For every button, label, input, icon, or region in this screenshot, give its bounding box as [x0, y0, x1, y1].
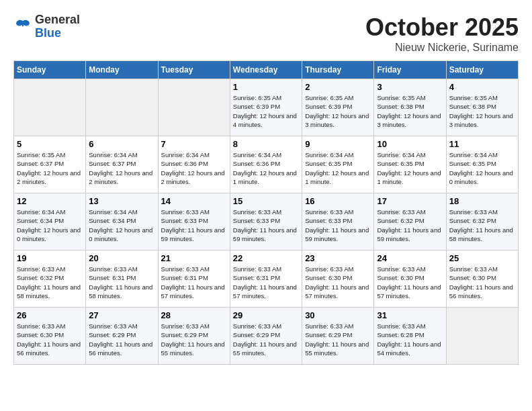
day-number: 14	[161, 196, 227, 206]
day-info: Sunrise: 6:34 AM Sunset: 6:35 PM Dayligh…	[305, 150, 371, 186]
calendar-cell: 28Sunrise: 6:33 AM Sunset: 6:29 PM Dayli…	[158, 308, 230, 365]
calendar-cell: 26Sunrise: 6:33 AM Sunset: 6:30 PM Dayli…	[14, 308, 86, 365]
calendar-cell	[86, 79, 158, 136]
day-number: 25	[449, 253, 515, 263]
calendar-cell	[14, 79, 86, 136]
day-number: 12	[17, 196, 83, 206]
day-info: Sunrise: 6:34 AM Sunset: 6:35 PM Dayligh…	[377, 150, 443, 186]
day-info: Sunrise: 6:33 AM Sunset: 6:31 PM Dayligh…	[161, 265, 227, 300]
calendar-cell: 16Sunrise: 6:33 AM Sunset: 6:33 PM Dayli…	[302, 193, 374, 250]
calendar-cell: 25Sunrise: 6:33 AM Sunset: 6:30 PM Dayli…	[446, 250, 518, 308]
weekday-header: Monday	[86, 61, 158, 79]
day-number: 27	[89, 310, 154, 320]
day-number: 6	[89, 139, 154, 149]
calendar-cell: 12Sunrise: 6:34 AM Sunset: 6:34 PM Dayli…	[14, 193, 86, 250]
title-block: October 2025 Nieuw Nickerie, Suriname	[365, 13, 519, 54]
day-info: Sunrise: 6:33 AM Sunset: 6:29 PM Dayligh…	[233, 322, 299, 357]
day-info: Sunrise: 6:33 AM Sunset: 6:30 PM Dayligh…	[449, 265, 515, 300]
day-number: 2	[305, 82, 371, 92]
calendar-cell: 18Sunrise: 6:33 AM Sunset: 6:32 PM Dayli…	[446, 193, 518, 250]
logo-text: General Blue	[35, 13, 80, 40]
day-info: Sunrise: 6:34 AM Sunset: 6:36 PM Dayligh…	[233, 150, 299, 186]
day-number: 16	[305, 196, 371, 206]
calendar-table: SundayMondayTuesdayWednesdayThursdayFrid…	[13, 60, 519, 365]
day-number: 1	[233, 82, 299, 92]
day-number: 5	[17, 139, 83, 149]
day-number: 7	[161, 139, 227, 149]
calendar-cell: 7Sunrise: 6:34 AM Sunset: 6:36 PM Daylig…	[158, 136, 230, 193]
day-info: Sunrise: 6:34 AM Sunset: 6:37 PM Dayligh…	[89, 150, 154, 186]
calendar-cell: 13Sunrise: 6:34 AM Sunset: 6:34 PM Dayli…	[86, 193, 158, 250]
day-number: 19	[17, 253, 83, 263]
day-number: 28	[161, 310, 227, 320]
day-info: Sunrise: 6:33 AM Sunset: 6:32 PM Dayligh…	[449, 208, 515, 243]
day-number: 30	[305, 310, 371, 320]
day-info: Sunrise: 6:33 AM Sunset: 6:33 PM Dayligh…	[305, 208, 371, 243]
day-info: Sunrise: 6:33 AM Sunset: 6:32 PM Dayligh…	[17, 265, 83, 300]
calendar-cell: 9Sunrise: 6:34 AM Sunset: 6:35 PM Daylig…	[302, 136, 374, 193]
day-number: 10	[377, 139, 443, 149]
day-number: 17	[377, 196, 443, 206]
day-info: Sunrise: 6:33 AM Sunset: 6:32 PM Dayligh…	[377, 208, 443, 243]
page-header: General Blue October 2025 Nieuw Nickerie…	[13, 13, 519, 54]
calendar-week-row: 5Sunrise: 6:35 AM Sunset: 6:37 PM Daylig…	[14, 136, 519, 193]
calendar-cell: 22Sunrise: 6:33 AM Sunset: 6:31 PM Dayli…	[230, 250, 302, 308]
day-info: Sunrise: 6:34 AM Sunset: 6:36 PM Dayligh…	[161, 150, 227, 186]
logo-bird-icon	[13, 17, 32, 36]
day-number: 8	[233, 139, 299, 149]
calendar-cell: 5Sunrise: 6:35 AM Sunset: 6:37 PM Daylig…	[14, 136, 86, 193]
day-info: Sunrise: 6:35 AM Sunset: 6:39 PM Dayligh…	[233, 93, 299, 129]
day-number: 29	[233, 310, 299, 320]
day-number: 21	[161, 253, 227, 263]
day-info: Sunrise: 6:34 AM Sunset: 6:34 PM Dayligh…	[89, 208, 154, 243]
weekday-header: Saturday	[446, 61, 518, 79]
weekday-header: Thursday	[302, 61, 374, 79]
day-info: Sunrise: 6:34 AM Sunset: 6:35 PM Dayligh…	[449, 150, 515, 186]
day-number: 15	[233, 196, 299, 206]
day-info: Sunrise: 6:35 AM Sunset: 6:37 PM Dayligh…	[17, 150, 83, 186]
calendar-cell: 23Sunrise: 6:33 AM Sunset: 6:30 PM Dayli…	[302, 250, 374, 308]
day-number: 23	[305, 253, 371, 263]
location: Nieuw Nickerie, Suriname	[365, 42, 519, 54]
logo: General Blue	[13, 13, 80, 40]
calendar-week-row: 19Sunrise: 6:33 AM Sunset: 6:32 PM Dayli…	[14, 250, 519, 308]
day-number: 4	[449, 82, 515, 92]
calendar-cell: 31Sunrise: 6:33 AM Sunset: 6:28 PM Dayli…	[374, 308, 446, 365]
day-info: Sunrise: 6:33 AM Sunset: 6:31 PM Dayligh…	[89, 265, 154, 300]
calendar-cell: 6Sunrise: 6:34 AM Sunset: 6:37 PM Daylig…	[86, 136, 158, 193]
calendar-cell: 1Sunrise: 6:35 AM Sunset: 6:39 PM Daylig…	[230, 79, 302, 136]
calendar-cell: 17Sunrise: 6:33 AM Sunset: 6:32 PM Dayli…	[374, 193, 446, 250]
day-info: Sunrise: 6:33 AM Sunset: 6:33 PM Dayligh…	[233, 208, 299, 243]
calendar-cell: 4Sunrise: 6:35 AM Sunset: 6:38 PM Daylig…	[446, 79, 518, 136]
day-info: Sunrise: 6:34 AM Sunset: 6:34 PM Dayligh…	[17, 208, 83, 243]
calendar-cell: 3Sunrise: 6:35 AM Sunset: 6:38 PM Daylig…	[374, 79, 446, 136]
day-info: Sunrise: 6:33 AM Sunset: 6:28 PM Dayligh…	[377, 322, 443, 357]
day-info: Sunrise: 6:35 AM Sunset: 6:38 PM Dayligh…	[377, 93, 443, 129]
day-info: Sunrise: 6:33 AM Sunset: 6:29 PM Dayligh…	[89, 322, 154, 357]
calendar-cell	[158, 79, 230, 136]
day-info: Sunrise: 6:35 AM Sunset: 6:38 PM Dayligh…	[449, 93, 515, 129]
day-info: Sunrise: 6:33 AM Sunset: 6:33 PM Dayligh…	[161, 208, 227, 243]
calendar-cell: 29Sunrise: 6:33 AM Sunset: 6:29 PM Dayli…	[230, 308, 302, 365]
calendar-cell: 15Sunrise: 6:33 AM Sunset: 6:33 PM Dayli…	[230, 193, 302, 250]
calendar-cell: 27Sunrise: 6:33 AM Sunset: 6:29 PM Dayli…	[86, 308, 158, 365]
weekday-header: Friday	[374, 61, 446, 79]
day-number: 20	[89, 253, 154, 263]
day-number: 18	[449, 196, 515, 206]
calendar-week-row: 12Sunrise: 6:34 AM Sunset: 6:34 PM Dayli…	[14, 193, 519, 250]
weekday-header: Wednesday	[230, 61, 302, 79]
day-info: Sunrise: 6:35 AM Sunset: 6:39 PM Dayligh…	[305, 93, 371, 129]
weekday-header-row: SundayMondayTuesdayWednesdayThursdayFrid…	[14, 61, 519, 79]
day-number: 13	[89, 196, 154, 206]
calendar-week-row: 26Sunrise: 6:33 AM Sunset: 6:30 PM Dayli…	[14, 308, 519, 365]
day-number: 26	[17, 310, 83, 320]
day-number: 22	[233, 253, 299, 263]
month-title: October 2025	[365, 13, 519, 42]
calendar-cell: 14Sunrise: 6:33 AM Sunset: 6:33 PM Dayli…	[158, 193, 230, 250]
calendar-cell: 8Sunrise: 6:34 AM Sunset: 6:36 PM Daylig…	[230, 136, 302, 193]
day-number: 24	[377, 253, 443, 263]
calendar-cell	[446, 308, 518, 365]
calendar-cell: 24Sunrise: 6:33 AM Sunset: 6:30 PM Dayli…	[374, 250, 446, 308]
calendar-cell: 10Sunrise: 6:34 AM Sunset: 6:35 PM Dayli…	[374, 136, 446, 193]
day-number: 31	[377, 310, 443, 320]
